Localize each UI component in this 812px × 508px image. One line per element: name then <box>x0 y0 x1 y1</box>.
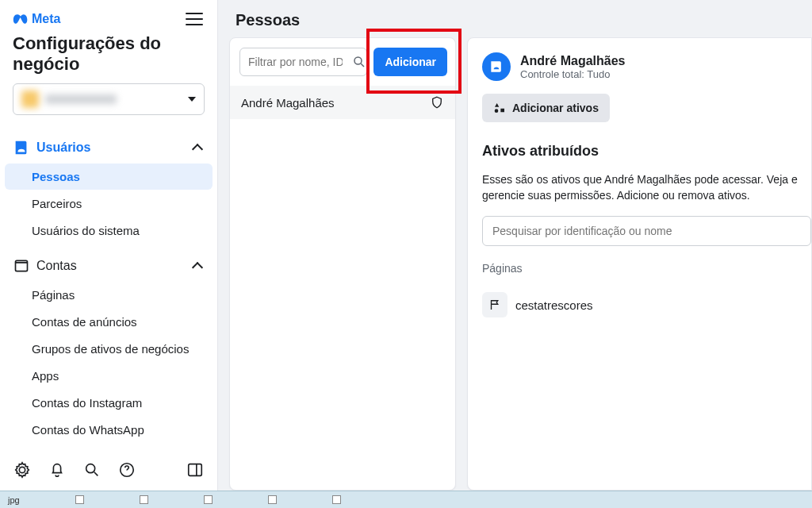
flag-icon <box>482 292 508 318</box>
nav-item-apps[interactable]: Apps <box>5 363 213 389</box>
asset-row[interactable]: cestatrescores <box>482 287 811 322</box>
sidebar: Meta Configurações do negócio Usuários <box>0 0 218 491</box>
nav-item-paginas[interactable]: Páginas <box>5 282 213 308</box>
sidebar-footer <box>0 452 217 491</box>
meta-icon <box>13 11 29 27</box>
search-icon[interactable] <box>82 460 102 479</box>
person-name: André Magalhães <box>241 96 335 110</box>
plus-shapes-icon <box>493 102 506 114</box>
people-list-panel: Adicionar André Magalhães <box>229 37 456 491</box>
caret-down-icon <box>188 97 196 102</box>
nav-item-contas-anuncios[interactable]: Contas de anúncios <box>5 309 213 335</box>
panel-toggle-icon[interactable] <box>186 460 205 479</box>
pages-group-label: Páginas <box>482 262 811 275</box>
assets-section-title: Ativos atribuídos <box>482 143 811 160</box>
nav-item-instagram[interactable]: Contas do Instagram <box>5 390 213 416</box>
chevron-up-icon <box>193 260 205 271</box>
help-icon[interactable] <box>117 460 136 479</box>
nav-item-parceiros[interactable]: Parceiros <box>5 190 213 217</box>
chevron-up-icon <box>193 142 205 153</box>
bell-icon[interactable] <box>48 460 67 479</box>
add-person-button[interactable]: Adicionar <box>373 48 447 76</box>
shield-icon <box>430 95 444 110</box>
nav-group-label: Usuários <box>36 140 90 155</box>
nav-group-label: Contas <box>36 259 77 273</box>
nav-item-whatsapp[interactable]: Contas do WhatsApp <box>5 417 213 443</box>
assets-section-desc: Esses são os ativos que André Magalhães … <box>482 172 811 203</box>
page-title: Pessoas <box>218 0 812 37</box>
users-icon <box>13 139 30 156</box>
account-selector[interactable] <box>13 83 205 115</box>
nav-item-usuarios-sistema[interactable]: Usuários do sistema <box>5 217 213 244</box>
asset-name: cestatrescores <box>515 298 593 312</box>
detail-user-name: André Magalhães <box>520 54 625 68</box>
brand-text: Meta <box>32 12 60 26</box>
nav-group-users[interactable]: Usuários <box>5 134 213 161</box>
main: Pessoas Adicionar André Magalhães <box>218 0 812 491</box>
sidebar-title: Configurações do negócio <box>13 33 205 75</box>
hamburger-icon[interactable] <box>186 10 205 29</box>
detail-user-role: Controle total: Tudo <box>520 68 625 80</box>
settings-icon[interactable] <box>13 460 32 479</box>
people-filter-input[interactable] <box>239 48 367 76</box>
meta-logo: Meta <box>13 11 60 27</box>
asset-search-input[interactable] <box>482 216 811 246</box>
svg-rect-5 <box>189 464 202 476</box>
nav: Usuários Pessoas Parceiros Usuários do s… <box>0 118 217 452</box>
svg-point-3 <box>86 464 95 473</box>
avatar <box>482 52 511 81</box>
add-assets-button[interactable]: Adicionar ativos <box>482 94 610 122</box>
nav-item-pessoas[interactable]: Pessoas <box>5 164 213 190</box>
add-assets-label: Adicionar ativos <box>512 102 599 114</box>
person-detail-panel: André Magalhães Controle total: Tudo Adi… <box>467 37 812 491</box>
person-row[interactable]: André Magalhães <box>230 86 455 119</box>
nav-group-accounts[interactable]: Contas <box>5 252 213 279</box>
os-taskbar: jpg <box>0 491 812 508</box>
nav-item-grupos-ativos[interactable]: Grupos de ativos de negócios <box>5 336 213 362</box>
accounts-icon <box>13 257 30 275</box>
